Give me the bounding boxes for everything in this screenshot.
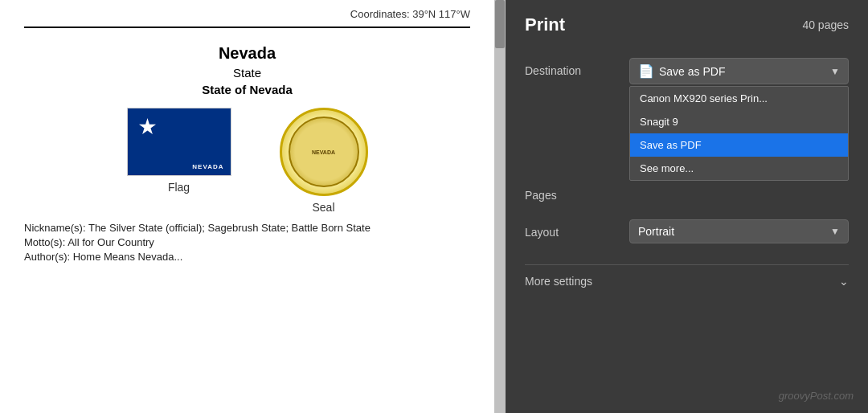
layout-dropdown[interactable]: Portrait ▼ (629, 219, 849, 243)
print-header: Print 40 pages (525, 14, 849, 35)
chevron-down-icon: ⌄ (839, 275, 849, 288)
layout-dropdown-arrow: ▼ (830, 226, 840, 237)
print-panel: Print 40 pages Destination 📄 Save as PDF… (506, 0, 868, 413)
author-text: Author(s): Home Means Nevada... (24, 251, 470, 263)
destination-control: 📄 Save as PDF ▼ Canon MX920 series Prin.… (629, 58, 849, 84)
layout-control: Portrait ▼ (629, 219, 849, 243)
groovy-watermark: groovyPost.com (779, 390, 854, 402)
images-row: NEVADA Flag NEVADA Seal (24, 108, 470, 214)
destination-row: Destination 📄 Save as PDF ▼ Canon MX920 … (525, 58, 849, 84)
destination-label: Destination (525, 58, 629, 77)
seal-label: Seal (312, 201, 334, 214)
seal-container: NEVADA Seal (280, 108, 368, 214)
flag-label: Flag (168, 181, 190, 194)
nevada-state-of: State of Nevada (24, 83, 470, 96)
scroll-thumb[interactable] (495, 0, 505, 48)
dest-left: 📄 Save as PDF (638, 63, 725, 79)
document-panel: Coordinates: 39°N 117°W Nevada State Sta… (0, 0, 494, 413)
pages-label: Pages (525, 182, 629, 202)
dropdown-item-snagit[interactable]: Snagit 9 (630, 110, 848, 133)
nevada-state: State (24, 66, 470, 80)
motto-text: Motto(s): All for Our Country (24, 236, 470, 248)
seal-image: NEVADA (280, 108, 368, 196)
layout-label: Layout (525, 219, 629, 239)
dropdown-item-canon[interactable]: Canon MX920 series Prin... (630, 87, 848, 110)
seal-text: NEVADA (312, 149, 335, 155)
seal-inner: NEVADA (289, 117, 359, 187)
flag-star (139, 118, 157, 136)
destination-dropdown[interactable]: 📄 Save as PDF ▼ (629, 58, 849, 84)
print-pages: 40 pages (802, 18, 849, 31)
destination-dropdown-menu: Canon MX920 series Prin... Snagit 9 Save… (629, 86, 849, 181)
layout-row: Layout Portrait ▼ (525, 219, 849, 243)
flag-container: NEVADA Flag (127, 108, 231, 214)
pages-row: Pages (525, 182, 849, 202)
doc-divider (24, 27, 470, 28)
more-settings-row[interactable]: More settings ⌄ (525, 264, 849, 297)
dropdown-item-save-pdf[interactable]: Save as PDF (630, 133, 848, 157)
document-content: Coordinates: 39°N 117°W Nevada State Sta… (0, 0, 494, 413)
nevada-title: Nevada (24, 44, 470, 63)
pdf-doc-icon: 📄 (638, 63, 654, 79)
coordinates-text: Coordinates: 39°N 117°W (24, 8, 470, 20)
destination-dropdown-arrow: ▼ (830, 66, 840, 77)
scrollbar[interactable] (494, 0, 506, 413)
nickname-text: Nickname(s): The Silver State (official)… (24, 222, 470, 234)
flag-image: NEVADA (127, 108, 231, 176)
destination-value: Save as PDF (659, 65, 725, 78)
more-settings-label: More settings (525, 275, 592, 288)
flag-nevada-text: NEVADA (192, 163, 223, 170)
print-title: Print (525, 14, 565, 35)
dropdown-item-see-more[interactable]: See more... (630, 157, 848, 180)
layout-value: Portrait (638, 225, 674, 238)
